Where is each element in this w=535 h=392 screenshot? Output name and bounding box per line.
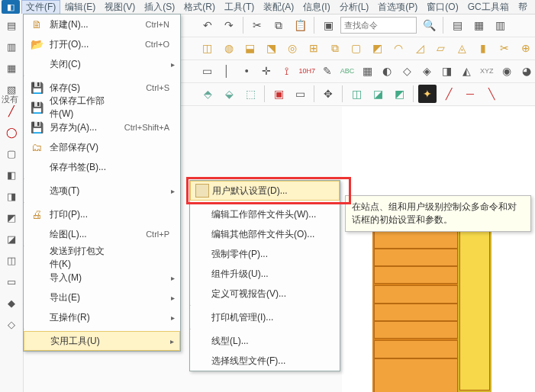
menu-format[interactable]: 格式(R) bbox=[179, 0, 220, 14]
left-tool-icon[interactable]: ▢ bbox=[4, 146, 19, 162]
feature-extrude-icon[interactable]: ⬓ bbox=[241, 39, 259, 57]
menu-utilities[interactable]: 实用工具(U) ▸ bbox=[24, 331, 180, 351]
cut-icon[interactable]: ✂ bbox=[248, 16, 266, 34]
line-style1-icon[interactable]: ╱ bbox=[440, 85, 458, 103]
graphics-viewport[interactable] bbox=[342, 107, 535, 392]
copy-icon[interactable]: ⧉ bbox=[269, 16, 288, 34]
left-tool-icon[interactable]: ◯ bbox=[4, 125, 19, 140]
wireframe-icon[interactable]: ◇ bbox=[398, 62, 415, 80]
line-style2-icon[interactable]: ─ bbox=[461, 85, 479, 103]
menu-info[interactable]: 信息(I) bbox=[298, 0, 334, 14]
window-icon[interactable]: ▦ bbox=[469, 16, 488, 34]
menu-window[interactable]: 窗口(O) bbox=[422, 0, 462, 14]
hidden-icon[interactable]: ◈ bbox=[418, 62, 435, 80]
line-style3-icon[interactable]: ╲ bbox=[482, 85, 501, 103]
feature-wrap-icon[interactable]: ◬ bbox=[453, 39, 472, 57]
layout-icon[interactable]: ▥ bbox=[491, 16, 509, 34]
material-icon[interactable]: ◉ bbox=[498, 62, 515, 80]
submenu-define-visual-report[interactable]: 定义可视报告(V)... bbox=[190, 284, 340, 304]
menu-import[interactable]: 导入(M) ▸ bbox=[24, 268, 180, 288]
menu-send-package[interactable]: 发送到打包文件(K) bbox=[24, 248, 180, 268]
menu-view[interactable]: 视图(V) bbox=[100, 0, 140, 14]
left-tool-icon[interactable]: ◆ bbox=[4, 296, 19, 311]
shaded-icon[interactable]: ◐ bbox=[379, 62, 395, 80]
move-component-icon[interactable]: ✥ bbox=[319, 85, 337, 103]
feature-pattern-icon[interactable]: ⊞ bbox=[305, 39, 323, 57]
text-icon[interactable]: ABC bbox=[339, 62, 356, 80]
feature-draft-icon[interactable]: ◩ bbox=[369, 39, 387, 57]
datum-csys-icon[interactable]: ✛ bbox=[258, 62, 275, 80]
feature-box-icon[interactable]: ◫ bbox=[198, 39, 217, 57]
feature-sheet-icon[interactable]: ▱ bbox=[432, 39, 450, 57]
menu-edit[interactable]: 编辑(E) bbox=[60, 0, 100, 14]
assy-add-icon[interactable]: ⬘ bbox=[198, 85, 217, 103]
menu-insert[interactable]: 插入(S) bbox=[140, 0, 179, 14]
submenu-edit-other-header[interactable]: 编辑其他部件文件头(O)... bbox=[190, 224, 340, 244]
submenu-select-linetype-file[interactable]: 选择线型文件(F)... bbox=[190, 351, 340, 371]
feature-cylinder-icon[interactable]: ◍ bbox=[220, 39, 238, 57]
appearance-icon[interactable]: ◕ bbox=[518, 62, 535, 80]
feature-hole-icon[interactable]: ◎ bbox=[283, 39, 301, 57]
component-icon[interactable]: ◫ bbox=[347, 85, 366, 103]
left-tool-icon[interactable]: ◫ bbox=[4, 253, 19, 268]
submenu-force-part[interactable]: 强制零件(P)... bbox=[190, 244, 340, 264]
menu-save-as[interactable]: 💾 另存为(A)... Ctrl+Shift+A bbox=[24, 117, 180, 137]
menu-export[interactable]: 导出(E) ▸ bbox=[24, 288, 180, 307]
menu-tools[interactable]: 工具(T) bbox=[220, 0, 259, 14]
left-tool-icon[interactable]: ▭ bbox=[4, 275, 19, 290]
left-tool-icon[interactable]: ◪ bbox=[4, 232, 19, 247]
feature-combine-icon[interactable]: ⊕ bbox=[517, 39, 535, 57]
view-icon[interactable]: ▤ bbox=[448, 16, 466, 34]
feature-shell-icon[interactable]: ▢ bbox=[347, 39, 366, 57]
cube-icon[interactable]: ▣ bbox=[319, 16, 337, 34]
submenu-component-upgrade[interactable]: 组件升级(U)... bbox=[190, 264, 340, 284]
sketch-icon[interactable]: ✎ bbox=[319, 62, 336, 80]
menu-close[interactable]: 关闭(C) ▸ bbox=[24, 54, 180, 74]
xyz-icon[interactable]: XYZ bbox=[479, 62, 495, 80]
section-icon[interactable]: ◨ bbox=[439, 62, 456, 80]
left-tool-icon[interactable]: ▥ bbox=[4, 40, 19, 55]
selection-filter-icon[interactable]: ▣ bbox=[269, 85, 288, 103]
feature-mirror-icon[interactable]: ⧉ bbox=[326, 39, 344, 57]
redo-icon[interactable]: ↷ bbox=[220, 16, 238, 34]
datum-plane-icon[interactable]: ▭ bbox=[198, 62, 215, 80]
dimension-icon[interactable]: 10H7 bbox=[298, 62, 316, 80]
datum-point-icon[interactable]: • bbox=[238, 62, 255, 80]
submenu-line-type[interactable]: 线型(L)... bbox=[190, 331, 340, 351]
submenu-printer-management[interactable]: 打印机管理(I)... bbox=[190, 307, 340, 327]
feature-fillet-icon[interactable]: ◠ bbox=[389, 39, 408, 57]
menu-print[interactable]: 🖨 打印(P)... bbox=[24, 204, 180, 224]
left-tool-icon[interactable]: ◩ bbox=[4, 210, 19, 226]
menu-save-bookmark[interactable]: 保存书签(B)... bbox=[24, 157, 180, 177]
highlight-icon[interactable]: ✦ bbox=[418, 85, 437, 103]
menu-plot[interactable]: 绘图(L)... Ctrl+P bbox=[24, 224, 180, 244]
search-icon[interactable]: 🔍 bbox=[420, 16, 438, 34]
assy-move-icon[interactable]: ⬚ bbox=[241, 85, 259, 103]
left-tool-icon[interactable]: ◨ bbox=[4, 189, 19, 204]
undo-icon[interactable]: ↶ bbox=[198, 16, 217, 34]
menu-preferences[interactable]: 首选项(P) bbox=[373, 0, 422, 14]
component2-icon[interactable]: ◪ bbox=[369, 85, 387, 103]
feature-sweep-icon[interactable]: ⬔ bbox=[262, 39, 280, 57]
measure-icon[interactable]: ⟟ bbox=[278, 62, 295, 80]
grid-icon[interactable]: ▦ bbox=[359, 62, 375, 80]
assy-constraint-icon[interactable]: ⬙ bbox=[220, 85, 238, 103]
left-tool-icon[interactable]: ▦ bbox=[4, 61, 19, 76]
feature-thicken-icon[interactable]: ▮ bbox=[475, 39, 493, 57]
left-tool-icon[interactable]: ╱ bbox=[4, 104, 19, 119]
menu-new[interactable]: 🗎 新建(N)... Ctrl+N bbox=[24, 14, 180, 34]
submenu-edit-work-header[interactable]: 编辑工作部件文件头(W)... bbox=[190, 204, 340, 224]
menu-assembly[interactable]: 装配(A) bbox=[259, 0, 298, 14]
menu-gc-toolbox[interactable]: GC工具箱 bbox=[463, 0, 514, 14]
left-tool-icon[interactable]: ◇ bbox=[4, 317, 19, 333]
menu-save-work-part[interactable]: 💾 仅保存工作部件(W) bbox=[24, 98, 180, 117]
menu-help[interactable]: 帮 bbox=[514, 0, 532, 14]
selection-rect-icon[interactable]: ▭ bbox=[291, 85, 309, 103]
menu-save-all[interactable]: 🗂 全部保存(V) bbox=[24, 137, 180, 157]
menu-open[interactable]: 📂 打开(O)... Ctrl+O bbox=[24, 34, 180, 54]
paste-icon[interactable]: 📋 bbox=[291, 16, 309, 34]
datum-axis-icon[interactable]: │ bbox=[218, 62, 235, 80]
menu-analysis[interactable]: 分析(L) bbox=[335, 0, 374, 14]
command-search-input[interactable] bbox=[340, 17, 417, 34]
feature-trim-icon[interactable]: ✂ bbox=[495, 39, 514, 57]
